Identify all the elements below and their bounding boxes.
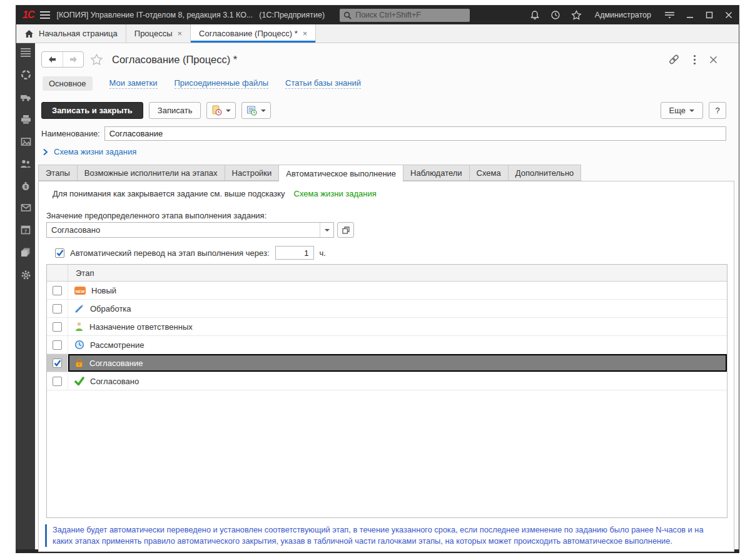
tab-home[interactable]: Начальная страница: [16, 24, 126, 43]
left-sidebar: $ 7: [16, 43, 35, 549]
ptab-schema[interactable]: Схема: [470, 165, 509, 181]
stage-label: Рассмотрение: [90, 340, 144, 350]
save-and-close-button[interactable]: Записать и закрыть: [41, 102, 143, 119]
sidebar-dashboard-icon[interactable]: [21, 69, 31, 80]
predefined-stage-combobox[interactable]: Согласовано: [46, 222, 334, 238]
sidebar-documents-icon[interactable]: [21, 247, 31, 257]
table-row-approved[interactable]: Согласовано: [47, 372, 727, 390]
maximize-icon[interactable]: [706, 11, 713, 19]
combo-dropdown-arrow[interactable]: [320, 223, 333, 237]
main-tabbar: Начальная страница Процессы × Согласован…: [16, 24, 739, 43]
sidebar-finance-icon[interactable]: $: [21, 181, 31, 191]
app-window: 1С [КОПИЯ] Управление IT-отделом 8, реда…: [16, 5, 739, 553]
window-title: [КОПИЯ] Управление IT-отделом 8, редакци…: [56, 11, 253, 19]
1c-logo: 1С: [23, 9, 34, 21]
table-row-review[interactable]: Рассмотрение: [47, 336, 727, 354]
global-search-input[interactable]: Поиск Ctrl+Shift+F: [340, 9, 470, 22]
minimize-icon[interactable]: [686, 11, 694, 19]
more-dots-icon[interactable]: [693, 54, 696, 65]
table-header: Этап: [47, 265, 727, 282]
more-actions-button[interactable]: Еще: [661, 102, 703, 119]
stages-table: Этап NEW Новый: [46, 264, 727, 518]
save-button[interactable]: Записать: [149, 102, 201, 119]
ptab-settings[interactable]: Настройки: [225, 165, 280, 181]
form-toolbar: Записать и закрыть Записать Еще: [41, 102, 726, 119]
history-clock-icon[interactable]: [550, 10, 560, 20]
stage-label: Согласование: [89, 359, 143, 368]
notifications-bell-icon[interactable]: [530, 10, 540, 20]
tab-processes-close-icon[interactable]: ×: [177, 29, 182, 38]
service-menu-icon[interactable]: [664, 11, 675, 19]
forward-button[interactable]: [63, 52, 83, 67]
tab-processes[interactable]: Процессы ×: [126, 24, 191, 43]
sidebar-images-icon[interactable]: [21, 137, 31, 146]
table-row-new[interactable]: NEW Новый: [47, 282, 727, 300]
tab-home-label: Начальная страница: [39, 29, 118, 38]
sidebar-delivery-icon[interactable]: [20, 93, 31, 102]
row-checkbox[interactable]: [53, 377, 62, 386]
nav-link-notes[interactable]: Мои заметки: [109, 78, 158, 89]
table-row-approval[interactable]: Согласование: [47, 354, 727, 372]
sidebar-settings-gear-icon[interactable]: [21, 270, 31, 280]
hint-bar: [45, 524, 47, 547]
favorite-star-icon[interactable]: [90, 53, 103, 66]
predefined-stage-value: Согласовано: [47, 225, 320, 235]
ptab-possible-executors[interactable]: Возможные исполнители на этапах: [78, 165, 225, 181]
page-title: Согласование (Процесс) *: [112, 54, 237, 66]
page-tabs: Этапы Возможные исполнители на этапах На…: [38, 165, 581, 181]
hint-scheme-link[interactable]: Схема жизни задания: [294, 189, 377, 198]
ptab-auto-execution[interactable]: Автоматическое выполнение: [279, 165, 403, 181]
list-clock-icon: [246, 105, 257, 116]
check-icon: [74, 377, 84, 385]
ptab-observers[interactable]: Наблюдатели: [403, 165, 470, 181]
row-checkbox[interactable]: [53, 286, 62, 295]
ptab-stages[interactable]: Этапы: [38, 165, 78, 181]
stage-label: Согласовано: [90, 377, 139, 386]
nav-link-attached-files[interactable]: Присоединенные файлы: [175, 78, 269, 89]
close-window-icon[interactable]: [725, 11, 732, 19]
current-user[interactable]: Администратор: [595, 11, 651, 19]
sidebar-calendar-icon[interactable]: 7: [21, 225, 31, 235]
auto-execution-panel: Для понимания как закрывается задание см…: [38, 181, 734, 552]
row-checkbox-checked[interactable]: [53, 359, 62, 368]
hours-input[interactable]: 1: [275, 246, 314, 260]
name-label: Наименование:: [41, 129, 100, 138]
main-menu-icon[interactable]: [40, 11, 50, 19]
stage-label: Назначение ответственных: [89, 322, 193, 332]
stage-column-header: Этап: [68, 265, 94, 281]
table-row-assign-responsible[interactable]: Назначение ответственных: [47, 318, 727, 336]
life-scheme-toggle[interactable]: Схема жизни задания: [43, 147, 136, 156]
auto-transfer-label: Автоматический перевод на этап выполнени…: [70, 248, 270, 258]
back-button[interactable]: [42, 52, 63, 67]
row-checkbox[interactable]: [53, 322, 62, 332]
open-value-button[interactable]: [337, 222, 354, 238]
app-name: (1С:Предприятие): [259, 11, 325, 19]
tasks-list-dropdown-button[interactable]: [241, 102, 271, 119]
get-link-icon[interactable]: [668, 54, 680, 65]
lock-icon: [74, 358, 84, 368]
chevron-right-icon: [43, 148, 48, 156]
table-row-processing[interactable]: Обработка: [47, 300, 727, 318]
sidebar-print-icon[interactable]: [21, 115, 31, 125]
stage-label: Новый: [91, 286, 116, 295]
row-checkbox[interactable]: [53, 340, 62, 350]
close-form-icon[interactable]: [709, 56, 717, 64]
row-checkbox[interactable]: [53, 304, 62, 313]
ptab-additional[interactable]: Дополнительно: [509, 165, 582, 181]
home-icon: [24, 29, 34, 38]
auto-transfer-checkbox[interactable]: [55, 248, 64, 258]
tab-approval-process[interactable]: Согласование (Процесс) * ×: [191, 24, 316, 43]
tab-approval-close-icon[interactable]: ×: [303, 29, 308, 38]
help-button[interactable]: ?: [709, 102, 726, 119]
svg-text:7: 7: [24, 228, 28, 234]
sidebar-mail-icon[interactable]: [21, 203, 31, 212]
sidebar-menu-icon[interactable]: [21, 48, 31, 57]
form-nav: Основное Мои заметки Присоединенные файл…: [43, 76, 361, 91]
reminder-dropdown-button[interactable]: [206, 102, 236, 119]
nav-link-knowledge-base[interactable]: Статьи базы знаний: [285, 78, 361, 89]
name-input[interactable]: Согласование: [104, 126, 726, 141]
nav-link-main[interactable]: Основное: [43, 76, 93, 91]
sidebar-employees-icon[interactable]: [20, 159, 31, 168]
favorites-star-icon[interactable]: [571, 10, 582, 20]
hours-unit: ч.: [320, 248, 326, 258]
